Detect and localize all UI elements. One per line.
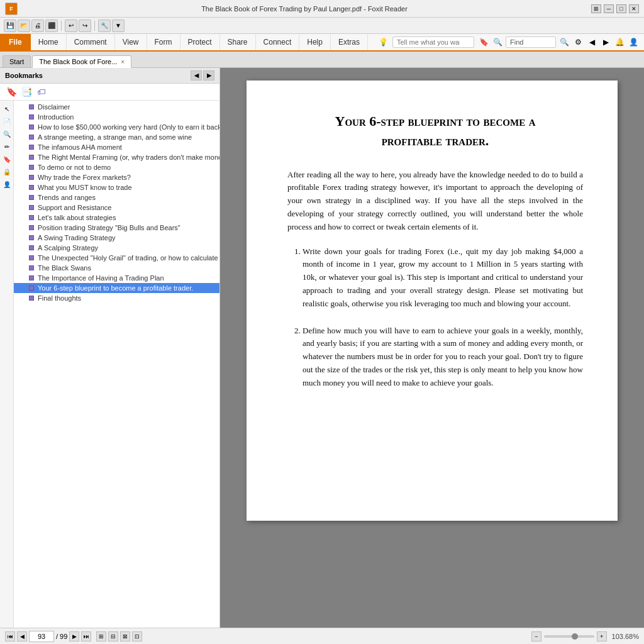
bookmark-item-14[interactable]: A Scalping Strategy: [14, 243, 219, 253]
next-page-button[interactable]: ▶: [69, 631, 79, 641]
command-search-input[interactable]: [397, 38, 460, 46]
zoom-slider[interactable]: [544, 635, 594, 638]
bookmark-item-17[interactable]: The Importance of Having a Trading Plan: [14, 273, 219, 283]
bookmark-bullet-2: [29, 125, 34, 130]
bookmark-item-3[interactable]: A strange meeting, a strange man, and so…: [14, 132, 219, 142]
bookmark-item-15[interactable]: The Unexpected "Holy Grail" of trading, …: [14, 253, 219, 263]
bookmark-bullet-16: [29, 265, 34, 270]
open-icon[interactable]: 📂: [18, 19, 30, 32]
settings-icon[interactable]: 🔧: [98, 19, 111, 32]
search-go-icon[interactable]: 🔍: [558, 36, 570, 48]
tool-cursor[interactable]: ↖: [1, 103, 13, 114]
bookmark-bullet-4: [29, 145, 34, 150]
tool-search[interactable]: 🔍: [1, 128, 13, 140]
user-icon[interactable]: 👤: [628, 36, 639, 48]
toolbar-sep1: [61, 21, 62, 31]
file-tab[interactable]: File: [0, 34, 31, 50]
save-icon[interactable]: 💾: [4, 19, 16, 32]
bookmark-item-1[interactable]: Introduction: [14, 112, 219, 122]
last-page-button[interactable]: ⏭: [81, 631, 91, 641]
command-search-box[interactable]: [392, 36, 474, 48]
zoom-in-button[interactable]: +: [597, 631, 607, 641]
bookmark-item-10[interactable]: Support and Resistance: [14, 203, 219, 213]
dropdown-icon[interactable]: ▼: [112, 19, 125, 32]
pdf-intro-paragraph: After reading all the way to here, you a…: [287, 169, 583, 234]
bookmark-label-3: A strange meeting, a strange man, and so…: [38, 133, 192, 141]
zoom-out-button[interactable]: −: [531, 631, 541, 641]
bm-icon-2[interactable]: 📑: [20, 86, 33, 97]
bookmark-icon[interactable]: 🔖: [478, 36, 489, 48]
bookmark-item-16[interactable]: The Black Swans: [14, 263, 219, 273]
search-icon[interactable]: 🔍: [492, 36, 503, 48]
pdf-tab[interactable]: The Black Book of Fore... ×: [32, 55, 131, 68]
tool-user[interactable]: 👤: [1, 179, 13, 190]
bookmark-item-6[interactable]: To demo or not to demo: [14, 162, 219, 172]
bm-icon-1[interactable]: 🔖: [5, 86, 18, 97]
home-tab[interactable]: Home: [31, 34, 67, 50]
bookmark-item-2[interactable]: How to lose $50,000 working very hard (O…: [14, 122, 219, 132]
bookmark-label-14: A Scalping Strategy: [38, 244, 98, 252]
comment-tab[interactable]: Comment: [67, 34, 115, 50]
bookmark-item-8[interactable]: What you MUST know to trade: [14, 182, 219, 192]
scroll-icon[interactable]: ⊠: [120, 631, 130, 641]
protect-tab[interactable]: Protect: [180, 34, 220, 50]
bm-icon-3[interactable]: 🏷: [35, 86, 48, 97]
bookmark-item-9[interactable]: Trends and ranges: [14, 192, 219, 203]
bookmark-label-17: The Importance of Having a Trading Plan: [38, 274, 164, 282]
view-tab[interactable]: View: [115, 34, 147, 50]
zoom-handle[interactable]: [572, 633, 578, 640]
maximize-button[interactable]: □: [616, 4, 626, 13]
redo-icon[interactable]: ↪: [79, 19, 91, 32]
bookmark-item-5[interactable]: The Right Mental Framing (or, why trader…: [14, 152, 219, 162]
share-tab[interactable]: Share: [220, 34, 256, 50]
form-tab[interactable]: Form: [147, 34, 180, 50]
tool-bookmark[interactable]: 🔖: [1, 153, 13, 165]
print-icon[interactable]: 🖨: [31, 19, 44, 32]
pdf-body: After reading all the way to here, you a…: [287, 169, 583, 390]
pdf-list: Write down your goals for trading Forex …: [303, 245, 583, 390]
back-icon[interactable]: ◀: [586, 36, 597, 48]
bookmark-item-7[interactable]: Why trade the Forex markets?: [14, 172, 219, 182]
two-page-icon[interactable]: ⊟: [108, 631, 118, 641]
tool-pen[interactable]: ✏: [1, 141, 13, 152]
fit-icon[interactable]: ⊡: [132, 631, 142, 641]
sidebar-close-icon[interactable]: ▶: [203, 70, 214, 80]
bookmark-item-11[interactable]: Let's talk about strategies: [14, 213, 219, 223]
find-box[interactable]: Find: [506, 36, 556, 48]
pdf-tab-close[interactable]: ×: [121, 58, 125, 65]
tool-page[interactable]: 📄: [1, 116, 13, 127]
bookmark-item-13[interactable]: A Swing Trading Strategy: [14, 233, 219, 243]
prev-page-button[interactable]: ◀: [17, 631, 27, 641]
help-tab[interactable]: Help: [299, 34, 331, 50]
settings2-icon[interactable]: ⚙: [572, 36, 584, 48]
start-tab[interactable]: Start: [3, 55, 31, 67]
bookmark-item-19[interactable]: Final thoughts: [14, 293, 219, 303]
bookmark-label-16: The Black Swans: [38, 264, 91, 272]
current-page-input[interactable]: [29, 631, 54, 642]
bookmark-item-4[interactable]: The infamous AHA moment: [14, 142, 219, 152]
bookmark-item-0[interactable]: Disclaimer: [14, 102, 219, 112]
tool-lock[interactable]: 🔒: [1, 166, 13, 177]
close-button[interactable]: ✕: [629, 4, 639, 13]
connect-tab[interactable]: Connect: [256, 34, 300, 50]
stop-icon[interactable]: ⬛: [45, 19, 58, 32]
bookmark-item-18[interactable]: Your 6-step blueprint to become a profit…: [14, 283, 219, 293]
sidebar-expand-icon[interactable]: ◀: [191, 70, 202, 80]
minimize-button[interactable]: ─: [604, 4, 614, 13]
bookmark-label-0: Disclaimer: [38, 103, 70, 111]
extras-tab[interactable]: Extras: [331, 34, 368, 50]
pdf-list-item-1: Write down your goals for trading Forex …: [303, 245, 583, 311]
forward-icon[interactable]: ▶: [600, 36, 611, 48]
bookmarks-panel: DisclaimerIntroductionHow to lose $50,00…: [14, 101, 219, 628]
bookmark-label-10: Support and Resistance: [38, 204, 111, 211]
title-bar-left: F: [5, 3, 18, 15]
ribbon: File Home Comment View Form Protect Shar…: [0, 34, 644, 52]
bell-icon[interactable]: 🔔: [614, 36, 625, 48]
first-page-button[interactable]: ⏮: [5, 631, 15, 641]
bookmark-item-12[interactable]: Position trading Strategy "Big Bulls and…: [14, 223, 219, 233]
undo-icon[interactable]: ↩: [65, 19, 77, 32]
page-view-icon[interactable]: ⊞: [96, 631, 106, 641]
pdf-area[interactable]: Your 6-step blueprint to become aprofita…: [220, 68, 644, 628]
grid-icon[interactable]: ⊞: [591, 4, 601, 13]
bookmark-bullet-0: [29, 104, 34, 109]
